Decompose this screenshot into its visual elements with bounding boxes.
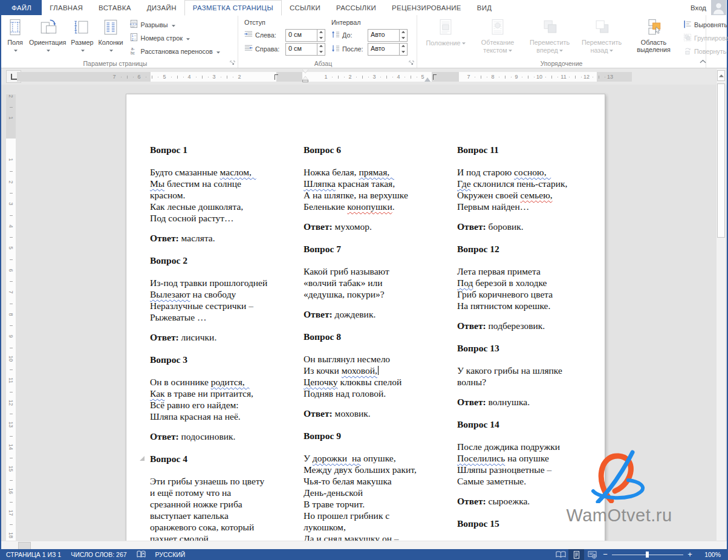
first-line-indent-marker[interactable]	[302, 70, 308, 73]
zoom-in-button[interactable]: +	[684, 550, 695, 559]
horizontal-scrollbar[interactable]	[1, 541, 727, 549]
zoom-out-button[interactable]: −	[600, 550, 611, 559]
ruler-tick	[10, 171, 13, 172]
ribbon-tab-1[interactable]: ГЛАВНАЯ	[42, 0, 91, 15]
ribbon-tab-8[interactable]: ВИД	[469, 0, 500, 15]
ribbon-tab-7[interactable]: РЕЦЕНЗИРОВАНИЕ	[384, 0, 469, 15]
zoom-slider[interactable]	[612, 549, 683, 560]
breaks-icon	[129, 19, 138, 30]
ribbon-tab-6[interactable]: РАССЫЛКИ	[328, 0, 384, 15]
ruler-tick	[499, 77, 499, 77]
collapse-triangle-icon[interactable]	[140, 456, 145, 461]
ruler-tick	[417, 77, 417, 77]
question-heading: Вопрос 4	[150, 453, 276, 464]
scroll-up-button[interactable]	[717, 70, 725, 81]
text-column-2[interactable]: Вопрос 6Ножка белая, прямая, Шляпка крас…	[304, 144, 429, 541]
indent-right-field[interactable]: 0 см	[285, 43, 325, 56]
ruler-tick	[338, 76, 339, 79]
horizontal-ruler[interactable]: 7654321234578910111213	[1, 72, 728, 82]
vertical-ruler[interactable]: 21123456789101112131415161718	[6, 85, 16, 541]
answer-line: Ответ: лисички.	[150, 331, 276, 343]
ruler-number: 16	[8, 486, 14, 496]
margin-bracket[interactable]	[275, 74, 278, 80]
hyphenation-button[interactable]: a-bc Расстановка переносов	[129, 45, 220, 57]
arrange-small-button: Группировать	[683, 32, 728, 44]
line-numbers-icon: 12	[129, 33, 138, 43]
arrange-small-button[interactable]: Выровнять	[683, 19, 728, 30]
ruler-tick	[10, 414, 13, 414]
vertical-scrollbar[interactable]	[716, 69, 726, 541]
ruler-tick	[593, 77, 593, 77]
arrange-button: Обтекание текстом	[472, 16, 524, 59]
indent-right-value[interactable]: 0 см	[286, 44, 317, 55]
margin-bracket[interactable]	[433, 74, 437, 80]
answer-line: Ответ: мухомор.	[304, 221, 429, 232]
size-button[interactable]: Размер	[68, 16, 96, 59]
text-column-1[interactable]: Вопрос 1Будто смазанные маслом, Мы блест…	[150, 144, 276, 541]
vertical-scrollbar-thumb[interactable]	[717, 83, 725, 238]
ruler-tick	[10, 392, 13, 392]
ribbon-tab-2[interactable]: ВСТАВКА	[91, 0, 139, 15]
sign-in[interactable]: Вход	[691, 0, 727, 15]
tab-file[interactable]: ФАЙЛ	[1, 0, 42, 15]
arrange-button[interactable]: Область выделения	[628, 16, 680, 59]
spacing-after-spinner[interactable]	[399, 44, 407, 55]
chevron-down-icon	[172, 21, 175, 28]
indent-left-value[interactable]: 0 см	[286, 30, 317, 41]
document-page[interactable]: Вопрос 1Будто смазанные маслом, Мы блест…	[126, 94, 605, 541]
web-layout-button[interactable]	[584, 549, 600, 560]
ruler-number: 5	[160, 74, 169, 80]
language-indicator[interactable]: РУССКИЙ	[151, 551, 190, 558]
indent-left-field[interactable]: 0 см	[285, 29, 325, 42]
ribbon-tab-5[interactable]: ССЫЛКИ	[282, 0, 328, 15]
spacing-before-value[interactable]: Авто	[368, 30, 399, 41]
line-numbers-button[interactable]: 12 Номера строк	[129, 32, 220, 44]
indent-left-spinner[interactable]	[317, 30, 325, 41]
sign-in-label: Вход	[691, 4, 706, 11]
ruler-tick	[386, 76, 387, 79]
page-setup-dialog-launcher[interactable]	[229, 60, 236, 67]
proofing-errors-button[interactable]	[132, 550, 151, 559]
columns-button[interactable]: Колонки	[96, 16, 125, 59]
ribbon-tab-4[interactable]: РАЗМЕТКА СТРАНИЦЫ	[184, 0, 282, 16]
orientation-button[interactable]: Ориентация	[27, 16, 68, 59]
collapse-ribbon-button[interactable]	[697, 56, 709, 66]
margins-button[interactable]: Поля	[4, 16, 27, 59]
ruler-tick	[158, 77, 158, 77]
question-heading: Вопрос 9	[304, 430, 429, 441]
ruler-number: 6	[8, 265, 14, 275]
indent-markers[interactable]	[302, 70, 309, 84]
hyphenation-icon: a-bc	[129, 46, 138, 56]
zoom-slider-thumb[interactable]	[646, 552, 649, 558]
text-cursor	[378, 366, 379, 375]
riddle-text: Будто смазанные маслом, Мы блестим на со…	[150, 166, 276, 224]
page-indicator[interactable]: СТРАНИЦА 1 ИЗ 1	[1, 551, 66, 558]
spacing-after-value[interactable]: Авто	[368, 44, 399, 55]
ruler-tick	[10, 370, 13, 370]
breaks-button[interactable]: Разрывы	[129, 19, 220, 30]
print-layout-button[interactable]	[568, 549, 584, 560]
chevron-down-icon	[559, 46, 563, 53]
indent-right-spinner[interactable]	[317, 44, 325, 55]
word-count[interactable]: ЧИСЛО СЛОВ: 267	[66, 551, 131, 558]
ruler-tick	[356, 77, 357, 77]
answer-line: Ответ: сыроежка.	[457, 495, 583, 507]
question-heading: Вопрос 2	[150, 255, 276, 266]
ruler-tick	[127, 76, 128, 79]
zoom-level[interactable]: 100%	[695, 551, 727, 558]
left-indent-marker[interactable]	[302, 80, 308, 82]
spacing-before-spinner[interactable]	[399, 30, 407, 41]
text-column-3[interactable]: Вопрос 11И под старою сосною, Где склони…	[457, 144, 583, 541]
spacing-after-label: После:	[342, 45, 365, 53]
ruler-number: 12	[8, 398, 14, 408]
right-indent-marker[interactable]	[424, 77, 431, 82]
ribbon-tab-3[interactable]: ДИЗАЙН	[139, 0, 184, 15]
ruler-number: 4	[394, 74, 403, 80]
paragraph-dialog-launcher[interactable]	[408, 60, 415, 67]
spacing-before-field[interactable]: Авто	[368, 29, 408, 42]
read-mode-button[interactable]	[553, 549, 568, 560]
question-heading: Вопрос 11	[457, 144, 583, 155]
spacing-after-field[interactable]: Авто	[368, 43, 408, 56]
ruler-tick	[177, 76, 178, 79]
user-avatar-icon[interactable]	[711, 0, 726, 15]
